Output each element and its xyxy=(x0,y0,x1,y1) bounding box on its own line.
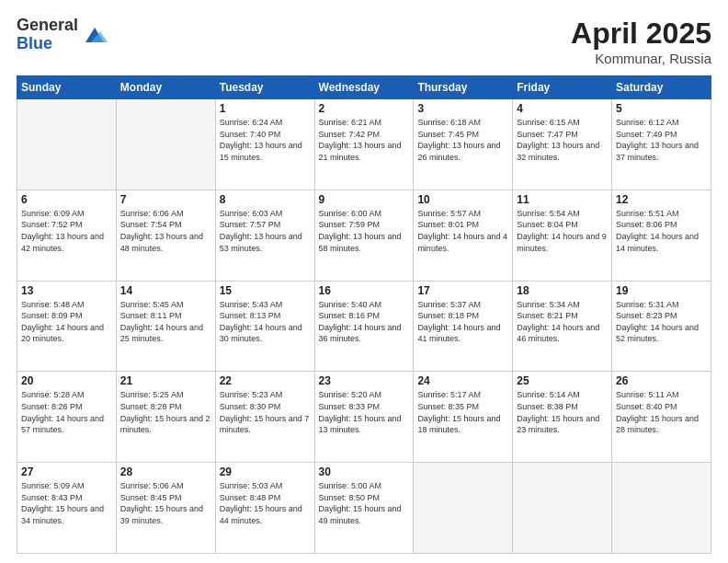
day-number: 26 xyxy=(616,374,707,387)
day-number: 15 xyxy=(220,284,311,297)
calendar-cell xyxy=(414,463,513,554)
day-number: 21 xyxy=(120,374,211,387)
calendar-cell: 22Sunrise: 5:23 AMSunset: 8:30 PMDayligh… xyxy=(215,372,314,463)
day-number: 7 xyxy=(120,193,211,206)
day-header-wednesday: Wednesday xyxy=(314,76,414,99)
logo-icon xyxy=(82,22,108,48)
calendar-cell xyxy=(116,99,215,190)
day-number: 10 xyxy=(417,193,508,206)
day-number: 18 xyxy=(517,284,608,297)
calendar-cell: 28Sunrise: 5:06 AMSunset: 8:45 PMDayligh… xyxy=(116,463,215,554)
header: General Blue April 2025 Kommunar, Russia xyxy=(17,17,711,66)
day-info: Sunrise: 5:43 AMSunset: 8:13 PMDaylight:… xyxy=(220,299,311,345)
day-number: 22 xyxy=(220,374,311,387)
calendar-cell: 26Sunrise: 5:11 AMSunset: 8:40 PMDayligh… xyxy=(612,372,711,463)
day-number: 4 xyxy=(517,102,608,115)
day-info: Sunrise: 5:09 AMSunset: 8:43 PMDaylight:… xyxy=(21,480,112,526)
calendar-cell xyxy=(513,463,612,554)
day-info: Sunrise: 6:12 AMSunset: 7:49 PMDaylight:… xyxy=(616,117,707,163)
day-info: Sunrise: 5:54 AMSunset: 8:04 PMDaylight:… xyxy=(517,208,608,254)
week-row-4: 27Sunrise: 5:09 AMSunset: 8:43 PMDayligh… xyxy=(17,463,711,554)
day-header-friday: Friday xyxy=(513,76,612,99)
calendar-cell: 23Sunrise: 5:20 AMSunset: 8:33 PMDayligh… xyxy=(314,372,414,463)
calendar-cell: 19Sunrise: 5:31 AMSunset: 8:23 PMDayligh… xyxy=(612,281,711,372)
day-info: Sunrise: 5:25 AMSunset: 8:28 PMDaylight:… xyxy=(120,389,211,435)
day-info: Sunrise: 5:23 AMSunset: 8:30 PMDaylight:… xyxy=(220,389,311,435)
week-row-0: 1Sunrise: 6:24 AMSunset: 7:40 PMDaylight… xyxy=(17,99,711,190)
day-info: Sunrise: 6:00 AMSunset: 7:59 PMDaylight:… xyxy=(319,208,410,254)
logo-general: General xyxy=(17,17,78,35)
day-number: 16 xyxy=(319,284,410,297)
day-info: Sunrise: 6:09 AMSunset: 7:52 PMDaylight:… xyxy=(21,208,112,254)
logo-blue: Blue xyxy=(17,35,78,53)
calendar-body: 1Sunrise: 6:24 AMSunset: 7:40 PMDaylight… xyxy=(17,99,711,554)
calendar-cell: 29Sunrise: 5:03 AMSunset: 8:48 PMDayligh… xyxy=(215,463,314,554)
day-info: Sunrise: 6:21 AMSunset: 7:42 PMDaylight:… xyxy=(319,117,410,163)
calendar-cell: 17Sunrise: 5:37 AMSunset: 8:18 PMDayligh… xyxy=(414,281,513,372)
calendar-cell: 13Sunrise: 5:48 AMSunset: 8:09 PMDayligh… xyxy=(17,281,117,372)
day-number: 11 xyxy=(517,193,608,206)
day-number: 3 xyxy=(417,102,508,115)
day-info: Sunrise: 5:45 AMSunset: 8:11 PMDaylight:… xyxy=(120,299,211,345)
day-number: 27 xyxy=(21,465,112,478)
calendar-cell: 30Sunrise: 5:00 AMSunset: 8:50 PMDayligh… xyxy=(314,463,414,554)
day-number: 29 xyxy=(220,465,311,478)
day-info: Sunrise: 5:03 AMSunset: 8:48 PMDaylight:… xyxy=(220,480,311,526)
day-info: Sunrise: 5:48 AMSunset: 8:09 PMDaylight:… xyxy=(21,299,112,345)
day-info: Sunrise: 5:20 AMSunset: 8:33 PMDaylight:… xyxy=(319,389,410,435)
day-info: Sunrise: 5:11 AMSunset: 8:40 PMDaylight:… xyxy=(616,389,707,435)
calendar-cell: 10Sunrise: 5:57 AMSunset: 8:01 PMDayligh… xyxy=(414,190,513,281)
day-info: Sunrise: 5:17 AMSunset: 8:35 PMDaylight:… xyxy=(417,389,508,435)
day-number: 28 xyxy=(120,465,211,478)
calendar-cell: 21Sunrise: 5:25 AMSunset: 8:28 PMDayligh… xyxy=(116,372,215,463)
day-info: Sunrise: 6:15 AMSunset: 7:47 PMDaylight:… xyxy=(517,117,608,163)
day-info: Sunrise: 6:18 AMSunset: 7:45 PMDaylight:… xyxy=(417,117,508,163)
day-number: 6 xyxy=(21,193,112,206)
calendar-cell: 4Sunrise: 6:15 AMSunset: 7:47 PMDaylight… xyxy=(513,99,612,190)
day-number: 14 xyxy=(120,284,211,297)
day-info: Sunrise: 5:51 AMSunset: 8:06 PMDaylight:… xyxy=(616,208,707,254)
week-row-2: 13Sunrise: 5:48 AMSunset: 8:09 PMDayligh… xyxy=(17,281,711,372)
day-info: Sunrise: 5:28 AMSunset: 8:26 PMDaylight:… xyxy=(21,389,112,435)
day-info: Sunrise: 5:57 AMSunset: 8:01 PMDaylight:… xyxy=(417,208,508,254)
calendar-cell: 8Sunrise: 6:03 AMSunset: 7:57 PMDaylight… xyxy=(215,190,314,281)
calendar-cell: 5Sunrise: 6:12 AMSunset: 7:49 PMDaylight… xyxy=(612,99,711,190)
calendar-cell: 12Sunrise: 5:51 AMSunset: 8:06 PMDayligh… xyxy=(612,190,711,281)
calendar-cell: 11Sunrise: 5:54 AMSunset: 8:04 PMDayligh… xyxy=(513,190,612,281)
calendar-cell: 27Sunrise: 5:09 AMSunset: 8:43 PMDayligh… xyxy=(17,463,117,554)
week-row-1: 6Sunrise: 6:09 AMSunset: 7:52 PMDaylight… xyxy=(17,190,711,281)
title-month: April 2025 xyxy=(571,17,711,51)
day-number: 30 xyxy=(319,465,410,478)
day-number: 24 xyxy=(417,374,508,387)
day-number: 1 xyxy=(220,102,311,115)
day-number: 9 xyxy=(319,193,410,206)
week-row-3: 20Sunrise: 5:28 AMSunset: 8:26 PMDayligh… xyxy=(17,372,711,463)
calendar-cell: 1Sunrise: 6:24 AMSunset: 7:40 PMDaylight… xyxy=(215,99,314,190)
day-info: Sunrise: 5:34 AMSunset: 8:21 PMDaylight:… xyxy=(517,299,608,345)
page: General Blue April 2025 Kommunar, Russia… xyxy=(0,0,728,563)
day-number: 20 xyxy=(21,374,112,387)
day-number: 12 xyxy=(616,193,707,206)
day-header-saturday: Saturday xyxy=(612,76,711,99)
calendar-cell xyxy=(612,463,711,554)
calendar-cell: 2Sunrise: 6:21 AMSunset: 7:42 PMDaylight… xyxy=(314,99,414,190)
calendar-cell: 16Sunrise: 5:40 AMSunset: 8:16 PMDayligh… xyxy=(314,281,414,372)
calendar-cell: 3Sunrise: 6:18 AMSunset: 7:45 PMDaylight… xyxy=(414,99,513,190)
logo-text: General Blue xyxy=(17,17,78,53)
calendar-cell: 20Sunrise: 5:28 AMSunset: 8:26 PMDayligh… xyxy=(17,372,117,463)
calendar-table: SundayMondayTuesdayWednesdayThursdayFrid… xyxy=(17,75,711,554)
calendar-cell: 6Sunrise: 6:09 AMSunset: 7:52 PMDaylight… xyxy=(17,190,117,281)
day-info: Sunrise: 6:06 AMSunset: 7:54 PMDaylight:… xyxy=(120,208,211,254)
logo: General Blue xyxy=(17,17,108,53)
day-number: 25 xyxy=(517,374,608,387)
title-location: Kommunar, Russia xyxy=(571,51,711,66)
day-number: 19 xyxy=(616,284,707,297)
day-info: Sunrise: 6:24 AMSunset: 7:40 PMDaylight:… xyxy=(220,117,311,163)
calendar-cell: 25Sunrise: 5:14 AMSunset: 8:38 PMDayligh… xyxy=(513,372,612,463)
title-section: April 2025 Kommunar, Russia xyxy=(571,17,711,66)
calendar-cell: 14Sunrise: 5:45 AMSunset: 8:11 PMDayligh… xyxy=(116,281,215,372)
calendar-cell: 7Sunrise: 6:06 AMSunset: 7:54 PMDaylight… xyxy=(116,190,215,281)
calendar-cell: 15Sunrise: 5:43 AMSunset: 8:13 PMDayligh… xyxy=(215,281,314,372)
day-number: 5 xyxy=(616,102,707,115)
calendar-cell: 18Sunrise: 5:34 AMSunset: 8:21 PMDayligh… xyxy=(513,281,612,372)
